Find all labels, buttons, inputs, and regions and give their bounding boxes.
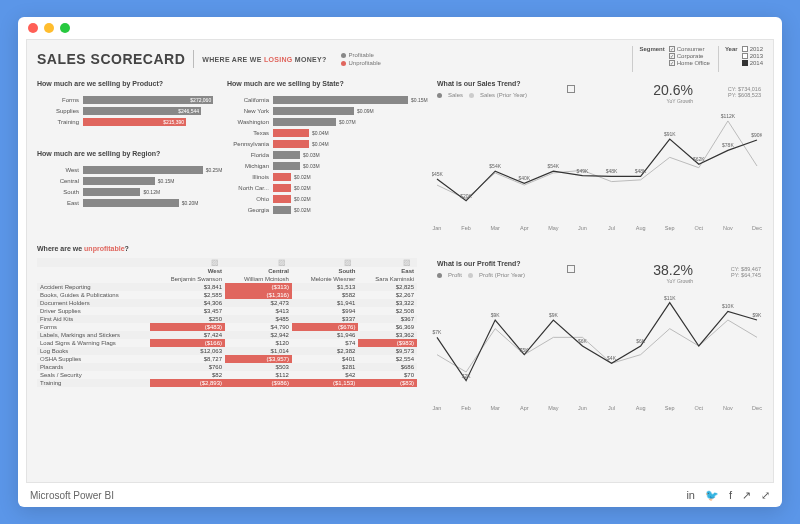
- close-icon[interactable]: [28, 23, 38, 33]
- matrix-cell: $1,941: [292, 299, 358, 307]
- matrix-cell: ($3,957): [225, 355, 292, 363]
- table-row[interactable]: Seals / Security$82$112$42$70: [37, 371, 417, 379]
- matrix-cell: $413: [225, 307, 292, 315]
- bar-category: Washington: [227, 119, 269, 125]
- bar-row[interactable]: Forms $272,060: [37, 94, 217, 105]
- section-title-profit-trend: What is our Profit Trend?: [437, 260, 521, 267]
- bar-row[interactable]: Pennsylvania $0.04M: [227, 138, 417, 149]
- checkbox-icon[interactable]: [669, 60, 675, 66]
- table-row[interactable]: First Aid Kits$250$485$337$367: [37, 315, 417, 323]
- table-row[interactable]: Labels, Markings and Stickers$7,424$2,94…: [37, 331, 417, 339]
- focus-mode-icon[interactable]: [567, 85, 575, 93]
- mac-titlebar: [18, 17, 782, 39]
- table-row[interactable]: Driver Supplies$3,457$413$994$2,508: [37, 307, 417, 315]
- fullscreen-icon[interactable]: ⤢: [761, 489, 770, 502]
- svg-text:$6K: $6K: [636, 338, 646, 344]
- bar-row[interactable]: California $0.15M: [227, 94, 417, 105]
- bar-row[interactable]: Illinois $0.02M: [227, 171, 417, 182]
- share-icon[interactable]: ↗: [742, 489, 751, 502]
- bar-value: $246,544: [178, 107, 199, 115]
- map-icon: ▨: [225, 258, 292, 267]
- svg-text:Apr: Apr: [520, 225, 529, 231]
- page-title: SALES SCORECARD: [37, 51, 185, 67]
- facebook-icon[interactable]: f: [729, 489, 732, 502]
- slicer-year[interactable]: Year 2012 2013 2014: [718, 46, 763, 72]
- bar-row[interactable]: West $0.25M: [37, 164, 217, 175]
- table-row[interactable]: Placards$760$503$281$686: [37, 363, 417, 371]
- checkbox-icon[interactable]: [669, 53, 675, 59]
- bar-row[interactable]: Ohio $0.02M: [227, 193, 417, 204]
- matrix-cell: $112: [225, 371, 292, 379]
- bar-category: California: [227, 97, 269, 103]
- bar-row[interactable]: East $0.20M: [37, 197, 217, 208]
- matrix-cell: $994: [292, 307, 358, 315]
- checkbox-icon[interactable]: [669, 46, 675, 52]
- legend-profitability: Profitable Unprofitable: [341, 52, 381, 66]
- bar-row[interactable]: Florida $0.03M: [227, 149, 417, 160]
- svg-text:Nov: Nov: [723, 225, 733, 231]
- bar-row[interactable]: Georgia $0.02M: [227, 204, 417, 215]
- matrix-cell: ($166): [150, 339, 225, 347]
- dot-icon: [468, 273, 473, 278]
- bar-category: Ohio: [227, 196, 269, 202]
- table-row[interactable]: Load Signs & Warning Flags($166)$120$74(…: [37, 339, 417, 347]
- bar-row[interactable]: Training $215,390: [37, 116, 217, 127]
- bar-row[interactable]: Supplies $246,544: [37, 105, 217, 116]
- svg-text:Jan: Jan: [433, 225, 442, 231]
- year-box-icon[interactable]: [742, 46, 748, 52]
- svg-text:Jun: Jun: [578, 405, 587, 411]
- svg-text:$48K: $48K: [635, 168, 647, 174]
- zoom-icon[interactable]: [60, 23, 70, 33]
- bar-category: Pennsylvania: [227, 141, 269, 147]
- bar-row[interactable]: North Car... $0.02M: [227, 182, 417, 193]
- matrix-cell: $3,362: [358, 331, 417, 339]
- bar-category: Florida: [227, 152, 269, 158]
- bar-row[interactable]: Washington $0.07M: [227, 116, 417, 127]
- barchart-state[interactable]: California $0.15M New York $0.09M Washin…: [227, 94, 417, 215]
- bar-row[interactable]: New York $0.09M: [227, 105, 417, 116]
- matrix-cell: $3,841: [150, 283, 225, 291]
- focus-mode-icon[interactable]: [567, 265, 575, 273]
- bar-row[interactable]: Central $0.15M: [37, 175, 217, 186]
- matrix-unprofitable[interactable]: ▨▨▨▨WestCentralSouthEastBenjamin Swanson…: [37, 258, 417, 387]
- bar-category: Texas: [227, 130, 269, 136]
- barchart-region[interactable]: West $0.25M Central $0.15M South $0.12M …: [37, 164, 217, 208]
- footer-bar: Microsoft Power BI in 🐦 f ↗ ⤢: [18, 483, 782, 507]
- map-icon: ▨: [292, 258, 358, 267]
- svg-text:$11K: $11K: [664, 295, 676, 301]
- matrix-cell: $2,382: [292, 347, 358, 355]
- table-row[interactable]: Log Books$12,063$1,014$2,382$9,573: [37, 347, 417, 355]
- kpi-profit-detail: CY: $89,467 PY: $64,745: [731, 266, 761, 278]
- bar-row[interactable]: Texas $0.04M: [227, 127, 417, 138]
- linkedin-icon[interactable]: in: [686, 489, 695, 502]
- svg-text:Jul: Jul: [608, 405, 615, 411]
- matrix-row-label: Training: [37, 379, 150, 387]
- matrix-region-header: East: [358, 267, 417, 275]
- minimize-icon[interactable]: [44, 23, 54, 33]
- table-row[interactable]: Document Holders$4,306$2,473$1,941$3,322: [37, 299, 417, 307]
- linechart-profit[interactable]: $7K$2K$9K$5K$9K$6K$4K$6K$11K$10K$9KJanFe…: [432, 282, 762, 412]
- barchart-product[interactable]: Forms $272,060 Supplies $246,544 Trainin…: [37, 94, 217, 127]
- svg-text:May: May: [548, 405, 559, 411]
- table-row[interactable]: Accident Reporting$3,841($313)$1,513$2,8…: [37, 283, 417, 291]
- linechart-sales[interactable]: $45K$20K$54K$40K$54K$49K$48K$48K$91K$62K…: [432, 102, 762, 232]
- svg-text:Apr: Apr: [520, 405, 529, 411]
- table-row[interactable]: Forms($483)$4,790($676)$6,369: [37, 323, 417, 331]
- svg-text:$45K: $45K: [432, 171, 443, 177]
- bar-row[interactable]: Michigan $0.03M: [227, 160, 417, 171]
- slicer-segment[interactable]: Segment Consumer Corporate Home Office: [632, 46, 710, 72]
- bar-category: Georgia: [227, 207, 269, 213]
- matrix-cell: $70: [358, 371, 417, 379]
- bar-row[interactable]: South $0.12M: [37, 186, 217, 197]
- year-box-icon[interactable]: [742, 53, 748, 59]
- matrix-row-label: Labels, Markings and Stickers: [37, 331, 150, 339]
- section-title-sales-trend: What is our Sales Trend?: [437, 80, 521, 87]
- table-row[interactable]: Books, Guides & Publications$2,585($1,31…: [37, 291, 417, 299]
- twitter-icon[interactable]: 🐦: [705, 489, 719, 502]
- table-row[interactable]: OSHA Supplies$8,727($3,957)$401$2,554: [37, 355, 417, 363]
- matrix-cell: $4,790: [225, 323, 292, 331]
- table-row[interactable]: Training($2,893)($986)($1,153)($83): [37, 379, 417, 387]
- svg-text:Jul: Jul: [608, 225, 615, 231]
- year-box-icon[interactable]: [742, 60, 748, 66]
- bar-value: $0.20M: [179, 199, 199, 207]
